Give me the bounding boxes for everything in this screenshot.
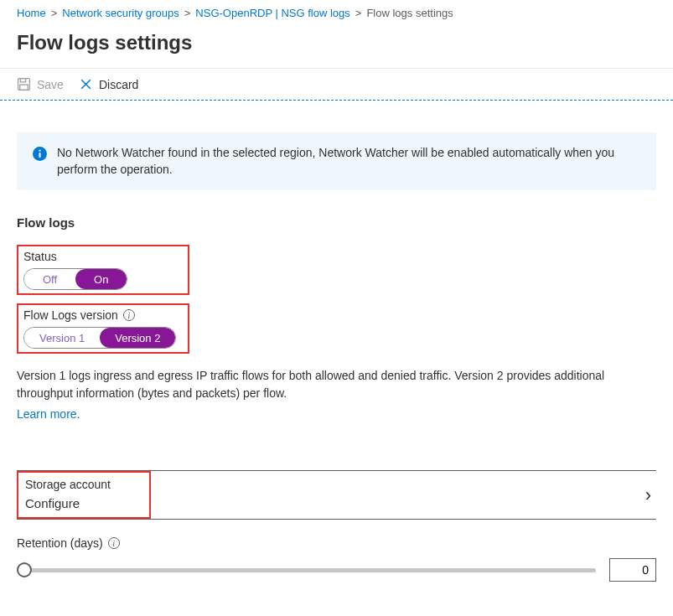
status-toggle[interactable]: Off On bbox=[23, 268, 127, 290]
storage-account-value: Configure bbox=[25, 496, 142, 510]
info-banner: No Network Watcher found in the selected… bbox=[17, 132, 656, 190]
version-description-text: Version 1 logs ingress and egress IP tra… bbox=[17, 369, 604, 400]
retention-label: Retention (days) i bbox=[17, 536, 656, 550]
status-off-option[interactable]: Off bbox=[24, 269, 75, 289]
breadcrumb-nsg-flowlogs[interactable]: NSG-OpenRDP | NSG flow logs bbox=[195, 7, 349, 19]
version-field-highlight: Flow Logs version i Version 1 Version 2 bbox=[17, 303, 189, 354]
svg-rect-7 bbox=[39, 153, 40, 158]
breadcrumb-sep: > bbox=[355, 7, 362, 19]
svg-rect-1 bbox=[20, 79, 25, 82]
version-label-text: Flow Logs version bbox=[23, 308, 118, 322]
status-on-option[interactable]: On bbox=[75, 269, 127, 289]
slider-track bbox=[17, 568, 596, 572]
breadcrumb-current: Flow logs settings bbox=[366, 7, 453, 19]
learn-more-link[interactable]: Learn more. bbox=[17, 406, 656, 423]
breadcrumb-nsg-list[interactable]: Network security groups bbox=[62, 7, 179, 19]
retention-slider[interactable] bbox=[17, 562, 596, 578]
info-circle-icon[interactable]: i bbox=[108, 537, 120, 549]
storage-highlight: Storage account Configure bbox=[17, 471, 151, 519]
breadcrumb-home[interactable]: Home bbox=[17, 7, 46, 19]
toolbar: Save Discard bbox=[0, 68, 673, 101]
status-field-highlight: Status Off On bbox=[17, 245, 189, 295]
info-circle-icon[interactable]: i bbox=[123, 309, 135, 321]
breadcrumb-sep: > bbox=[51, 7, 58, 19]
save-icon bbox=[17, 77, 31, 91]
version-description: Version 1 logs ingress and egress IP tra… bbox=[17, 367, 656, 423]
slider-thumb[interactable] bbox=[17, 562, 32, 577]
chevron-right-icon[interactable]: › bbox=[645, 484, 651, 506]
info-banner-text: No Network Watcher found in the selected… bbox=[57, 145, 640, 178]
svg-point-6 bbox=[39, 149, 40, 151]
breadcrumb-sep: > bbox=[184, 7, 191, 19]
flow-logs-section-title: Flow logs bbox=[17, 215, 656, 230]
retention-field: Retention (days) i bbox=[17, 536, 656, 582]
version-label: Flow Logs version i bbox=[23, 308, 183, 322]
discard-button[interactable]: Discard bbox=[79, 77, 138, 91]
version-toggle[interactable]: Version 1 Version 2 bbox=[23, 327, 176, 349]
storage-account-row[interactable]: Storage account Configure › bbox=[17, 470, 656, 520]
save-label: Save bbox=[37, 78, 64, 91]
storage-account-label: Storage account bbox=[25, 478, 142, 491]
version-1-option[interactable]: Version 1 bbox=[24, 328, 100, 348]
close-icon bbox=[79, 77, 93, 91]
status-label: Status bbox=[23, 250, 183, 263]
page-title: Flow logs settings bbox=[0, 26, 673, 68]
retention-input[interactable] bbox=[609, 558, 656, 582]
info-icon bbox=[33, 147, 47, 161]
retention-label-text: Retention (days) bbox=[17, 536, 103, 550]
breadcrumb: Home > Network security groups > NSG-Ope… bbox=[0, 0, 673, 26]
version-2-option[interactable]: Version 2 bbox=[100, 328, 175, 348]
discard-label: Discard bbox=[99, 78, 138, 91]
svg-rect-2 bbox=[20, 85, 28, 90]
save-button[interactable]: Save bbox=[17, 77, 64, 91]
